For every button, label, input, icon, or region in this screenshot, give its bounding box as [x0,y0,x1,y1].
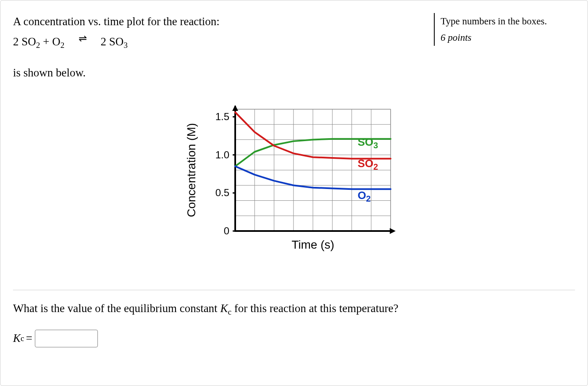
svg-text:SO3: SO3 [357,136,378,150]
svg-text:1.0: 1.0 [215,149,229,160]
prompt-line-below: is shown below. [13,64,430,82]
svg-text:Concentration (M): Concentration (M) [185,123,198,217]
svg-text:Time (s): Time (s) [291,238,334,251]
chart-container: 00.51.01.5Time (s)Concentration (M)SO3SO… [13,101,575,260]
svg-text:0: 0 [224,225,229,236]
section-divider [13,290,575,290]
sidebar-instruction: Type numbers in the boxes. [441,13,575,29]
equilibrium-arrows-icon: ⇀↽ [76,34,89,44]
sidebar: Type numbers in the boxes. 6 points [434,13,575,46]
svg-marker-22 [390,228,396,234]
sidebar-points: 6 points [441,29,575,46]
top-row: A concentration vs. time plot for the re… [13,13,575,82]
prompt-line-1: A concentration vs. time plot for the re… [13,13,430,31]
reaction-equation: 2 SO2 + O2 ⇀↽ 2 SO3 [13,33,430,52]
svg-text:0.5: 0.5 [215,187,229,199]
answer-row: Kc = [13,330,575,347]
kc-label: K [13,332,21,345]
svg-text:1.5: 1.5 [215,111,229,122]
svg-text:O2: O2 [357,189,370,203]
question-text: What is the value of the equilibrium con… [13,302,575,317]
kc-input[interactable] [35,330,98,347]
svg-marker-20 [232,105,238,111]
concentration-time-chart: 00.51.01.5Time (s)Concentration (M)SO3SO… [176,101,412,260]
prompt-column: A concentration vs. time plot for the re… [13,13,434,82]
question-card: A concentration vs. time plot for the re… [0,0,588,386]
